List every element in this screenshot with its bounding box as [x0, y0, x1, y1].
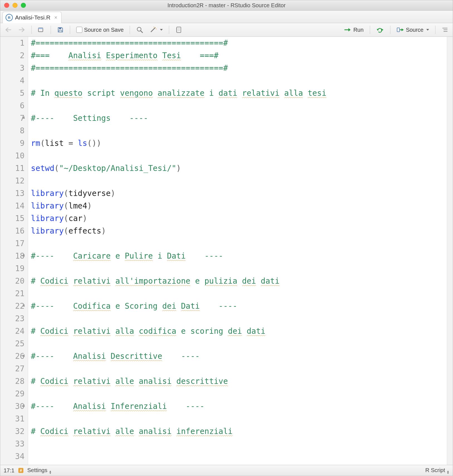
language-picker[interactable]: R Script ▲▼ — [425, 467, 449, 474]
line-number[interactable]: 23 — [0, 312, 24, 325]
find-button[interactable] — [134, 26, 145, 34]
code-line[interactable] — [31, 312, 447, 325]
line-number[interactable]: 22 — [0, 300, 24, 312]
outline-toggle-button[interactable] — [440, 26, 450, 33]
line-number[interactable]: 2 — [0, 49, 24, 62]
line-number[interactable]: 12 — [0, 175, 24, 187]
code-line[interactable]: library(tidyverse) — [31, 187, 447, 200]
fold-icon[interactable] — [22, 354, 26, 358]
code-line[interactable] — [31, 262, 447, 275]
line-number[interactable]: 8 — [0, 124, 24, 137]
zoom-window-button[interactable] — [21, 3, 26, 8]
line-number[interactable]: 28 — [0, 375, 24, 387]
code-line[interactable] — [31, 450, 447, 463]
line-number[interactable]: 24 — [0, 325, 24, 337]
code-line[interactable]: rm(list = ls()) — [31, 137, 447, 149]
source-button[interactable]: Source — [395, 26, 431, 34]
rerun-button[interactable] — [375, 26, 386, 33]
compile-report-button[interactable] — [174, 26, 184, 34]
line-number[interactable]: 34 — [0, 450, 24, 463]
line-number[interactable]: 4 — [0, 74, 24, 87]
code-area[interactable]: #=======================================… — [28, 37, 447, 465]
line-number[interactable]: 26 — [0, 350, 24, 362]
code-line[interactable]: # Codici relativi all'importazione e pul… — [31, 275, 447, 287]
line-number[interactable]: 10 — [0, 149, 24, 162]
file-tab[interactable]: R Analisi-Tesi.R × — [3, 12, 61, 23]
line-number[interactable]: 7 — [0, 112, 24, 124]
svg-line-6 — [151, 28, 155, 32]
fold-icon[interactable] — [22, 116, 26, 120]
line-number[interactable]: 27 — [0, 362, 24, 375]
line-number[interactable]: 15 — [0, 212, 24, 225]
close-window-button[interactable] — [4, 3, 9, 8]
code-line[interactable] — [31, 362, 447, 375]
code-line[interactable]: #---- Caricare e Pulire i Dati ---- — [31, 250, 447, 262]
line-number[interactable]: 5 — [0, 87, 24, 99]
code-line[interactable]: # Codici relativi alle analisi descritti… — [31, 375, 447, 387]
line-number[interactable]: 11 — [0, 162, 24, 175]
minimize-window-button[interactable] — [13, 3, 18, 8]
save-button[interactable] — [55, 26, 65, 34]
code-line[interactable] — [31, 237, 447, 250]
fold-icon[interactable] — [22, 254, 26, 258]
code-line[interactable]: #---- Analisi Inferenziali ---- — [31, 400, 447, 413]
show-in-new-window-button[interactable] — [36, 26, 46, 33]
line-number[interactable]: 3 — [0, 62, 24, 74]
rerun-icon — [376, 27, 384, 33]
line-number[interactable]: 16 — [0, 225, 24, 237]
code-line[interactable]: # Codici relativi alle analisi inferenzi… — [31, 425, 447, 438]
code-line[interactable]: #=======================================… — [31, 37, 447, 49]
line-number[interactable]: 18 — [0, 250, 24, 262]
code-line[interactable] — [31, 149, 447, 162]
code-line[interactable]: #=== Analisi Esperimento Tesi ===# — [31, 49, 447, 62]
code-line[interactable] — [31, 337, 447, 350]
line-number[interactable]: 30 — [0, 400, 24, 413]
code-line[interactable] — [31, 413, 447, 425]
code-line[interactable]: # Codici relativi alla codifica e scorin… — [31, 325, 447, 337]
line-number[interactable]: 33 — [0, 438, 24, 450]
line-number[interactable]: 21 — [0, 287, 24, 300]
fold-icon[interactable] — [22, 304, 26, 308]
code-line[interactable] — [31, 99, 447, 112]
code-tools-button[interactable] — [148, 26, 164, 34]
code-line[interactable]: library(lme4) — [31, 200, 447, 212]
line-number[interactable]: 32 — [0, 425, 24, 438]
line-number[interactable]: 6 — [0, 99, 24, 112]
code-line[interactable] — [31, 287, 447, 300]
code-line[interactable] — [31, 124, 447, 137]
cursor-position[interactable]: 17:1 — [4, 467, 14, 474]
run-button[interactable]: Run — [342, 26, 365, 34]
line-number[interactable]: 31 — [0, 413, 24, 425]
code-line[interactable]: #---- Analisi Descrittive ---- — [31, 350, 447, 362]
nav-forward-button[interactable] — [16, 26, 27, 33]
code-line[interactable]: setwd("~/Desktop/Analisi_Tesi/") — [31, 162, 447, 175]
code-line[interactable] — [31, 387, 447, 400]
code-line[interactable]: library(car) — [31, 212, 447, 225]
line-number[interactable]: 17 — [0, 237, 24, 250]
line-number[interactable]: 14 — [0, 200, 24, 212]
code-line[interactable]: #---- Codifica e Scoring dei Dati ---- — [31, 300, 447, 312]
section-picker[interactable]: Settings ▲▼ — [27, 467, 52, 474]
code-line[interactable]: # In questo script vengono analizzate i … — [31, 87, 447, 99]
line-number[interactable]: 13 — [0, 187, 24, 200]
code-editor[interactable]: 1234567891011121314151617181920212223242… — [0, 37, 453, 465]
toolbar-separator — [70, 26, 70, 34]
line-number[interactable]: 20 — [0, 275, 24, 287]
code-line[interactable]: #=======================================… — [31, 62, 447, 74]
close-tab-icon[interactable]: × — [54, 15, 57, 21]
fold-icon[interactable] — [22, 404, 26, 408]
scrollbar[interactable] — [447, 37, 453, 465]
line-number[interactable]: 1 — [0, 37, 24, 49]
line-number[interactable]: 9 — [0, 137, 24, 149]
code-line[interactable] — [31, 74, 447, 87]
code-line[interactable] — [31, 175, 447, 187]
line-number[interactable]: 29 — [0, 387, 24, 400]
code-line[interactable]: #---- Settings ---- — [31, 112, 447, 124]
code-line[interactable]: library(effects) — [31, 225, 447, 237]
nav-back-button[interactable] — [3, 26, 14, 33]
line-number-gutter[interactable]: 1234567891011121314151617181920212223242… — [0, 37, 28, 465]
source-on-save-toggle[interactable]: Source on Save — [75, 26, 125, 34]
code-line[interactable] — [31, 438, 447, 450]
line-number[interactable]: 19 — [0, 262, 24, 275]
line-number[interactable]: 25 — [0, 337, 24, 350]
